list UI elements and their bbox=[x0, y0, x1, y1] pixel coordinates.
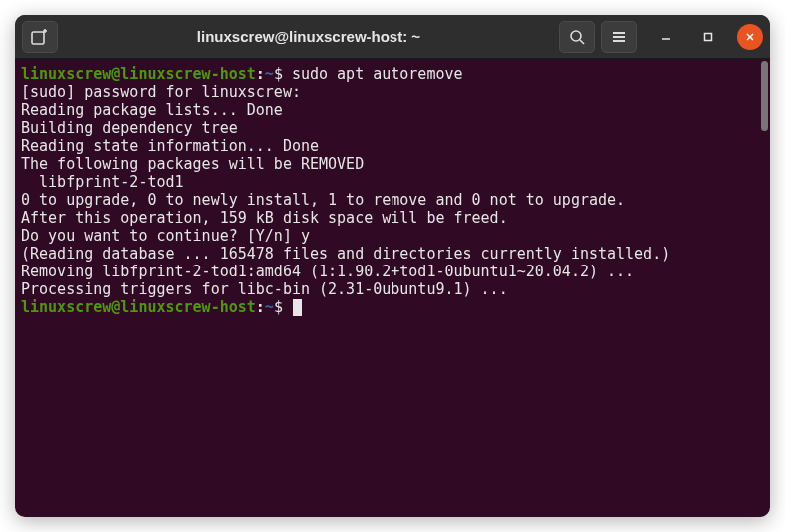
cursor bbox=[293, 299, 302, 316]
new-tab-button[interactable] bbox=[22, 21, 58, 53]
minimize-icon bbox=[661, 32, 671, 42]
search-icon bbox=[569, 29, 585, 45]
command-text: sudo apt autoremove bbox=[292, 65, 463, 83]
svg-rect-0 bbox=[32, 32, 44, 44]
titlebar: linuxscrew@linuxscrew-host: ~ bbox=[15, 15, 770, 59]
new-tab-icon bbox=[31, 29, 49, 45]
output-line: Processing triggers for libc-bin (2.31-0… bbox=[21, 280, 764, 298]
svg-point-1 bbox=[571, 31, 581, 41]
output-line: Reading package lists... Done bbox=[21, 101, 764, 119]
header-buttons bbox=[559, 21, 763, 53]
output-line: Reading state information... Done bbox=[21, 137, 764, 155]
close-icon bbox=[745, 32, 755, 42]
prompt-path: ~ bbox=[265, 65, 274, 83]
prompt-line-1: linuxscrew@linuxscrew-host:~$ sudo apt a… bbox=[21, 65, 764, 83]
output-line: Removing libfprint-2-tod1:amd64 (1:1.90.… bbox=[21, 263, 764, 280]
output-line: (Reading database ... 165478 files and d… bbox=[21, 245, 764, 263]
output-line: [sudo] password for linuxscrew: bbox=[21, 83, 764, 101]
prompt-user: linuxscrew@linuxscrew-host bbox=[21, 65, 256, 83]
search-button[interactable] bbox=[559, 21, 595, 53]
close-button[interactable] bbox=[737, 24, 763, 50]
prompt-user: linuxscrew@linuxscrew-host bbox=[21, 298, 256, 316]
terminal-body[interactable]: linuxscrew@linuxscrew-host:~$ sudo apt a… bbox=[15, 59, 770, 517]
scrollbar[interactable] bbox=[759, 59, 770, 517]
output-line: After this operation, 159 kB disk space … bbox=[21, 209, 764, 227]
prompt-path: ~ bbox=[265, 298, 274, 316]
prompt-symbol: $ bbox=[274, 298, 283, 316]
hamburger-icon bbox=[611, 29, 627, 45]
maximize-button[interactable] bbox=[695, 24, 721, 50]
menu-button[interactable] bbox=[601, 21, 637, 53]
terminal-window: linuxscrew@linuxscrew-host: ~ bbox=[15, 15, 770, 517]
prompt-colon: : bbox=[256, 298, 265, 316]
prompt-line-2: linuxscrew@linuxscrew-host:~$ bbox=[21, 298, 764, 316]
window-title: linuxscrew@linuxscrew-host: ~ bbox=[64, 28, 553, 45]
output-line: libfprint-2-tod1 bbox=[21, 173, 764, 191]
terminal-content: linuxscrew@linuxscrew-host:~$ sudo apt a… bbox=[15, 59, 770, 322]
prompt-symbol: $ bbox=[274, 65, 283, 83]
scroll-thumb[interactable] bbox=[761, 61, 768, 131]
prompt-colon: : bbox=[256, 65, 265, 83]
minimize-button[interactable] bbox=[653, 24, 679, 50]
output-line: The following packages will be REMOVED bbox=[21, 155, 764, 173]
maximize-icon bbox=[703, 32, 713, 42]
output-line: Building dependency tree bbox=[21, 119, 764, 137]
output-line: 0 to upgrade, 0 to newly install, 1 to r… bbox=[21, 191, 764, 209]
svg-rect-2 bbox=[705, 33, 712, 40]
output-line: Do you want to continue? [Y/n] y bbox=[21, 227, 764, 245]
